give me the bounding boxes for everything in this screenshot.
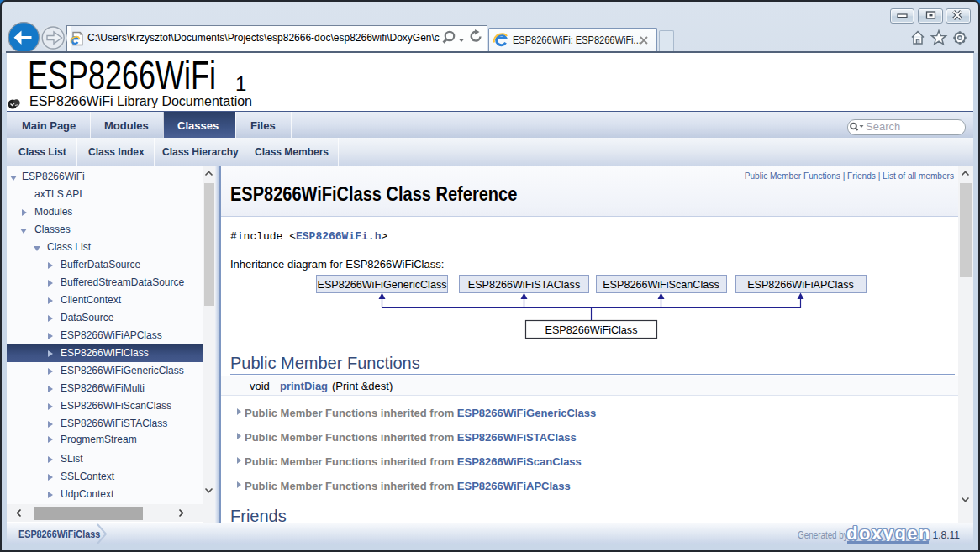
svg-text:ESP8266WiFiScanClass: ESP8266WiFiScanClass (603, 279, 719, 291)
svg-text:ESP8266WiFiAPClass: ESP8266WiFiAPClass (747, 279, 854, 291)
svg-text:ESP8266WiFiSTAClass: ESP8266WiFiSTAClass (468, 279, 580, 291)
svg-text:ESP8266WiFiClass: ESP8266WiFiClass (545, 324, 638, 336)
svg-text:ESP8266WiFiGenericClass: ESP8266WiFiGenericClass (318, 279, 447, 291)
